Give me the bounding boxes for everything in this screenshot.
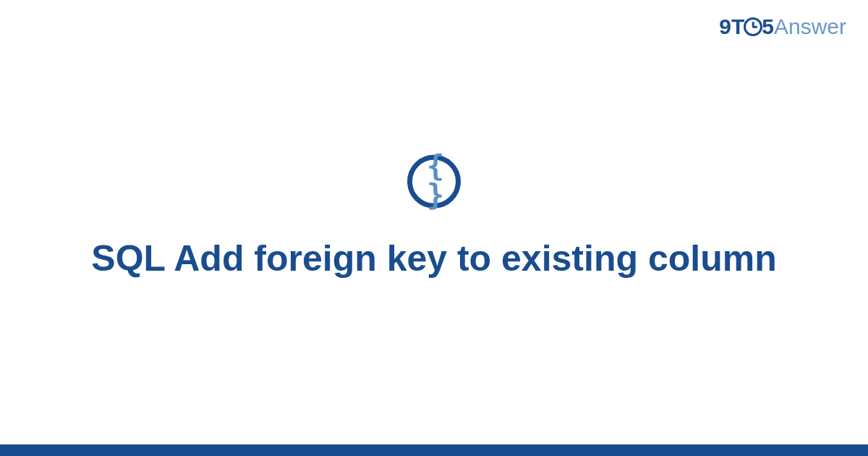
page-title: SQL Add foreign key to existing column: [0, 236, 868, 282]
main-content: { } SQL Add foreign key to existing colu…: [0, 155, 868, 282]
clock-icon: [744, 17, 762, 36]
code-braces-glyph: { }: [412, 151, 456, 209]
brand-part-9t: 9T: [719, 14, 744, 38]
brand-part-answer: Answer: [774, 14, 846, 38]
brand-logo: 9T5Answer: [719, 16, 846, 38]
brand-part-5: 5: [762, 14, 774, 38]
code-braces-icon: { }: [407, 155, 461, 208]
footer-bar: [0, 444, 868, 456]
